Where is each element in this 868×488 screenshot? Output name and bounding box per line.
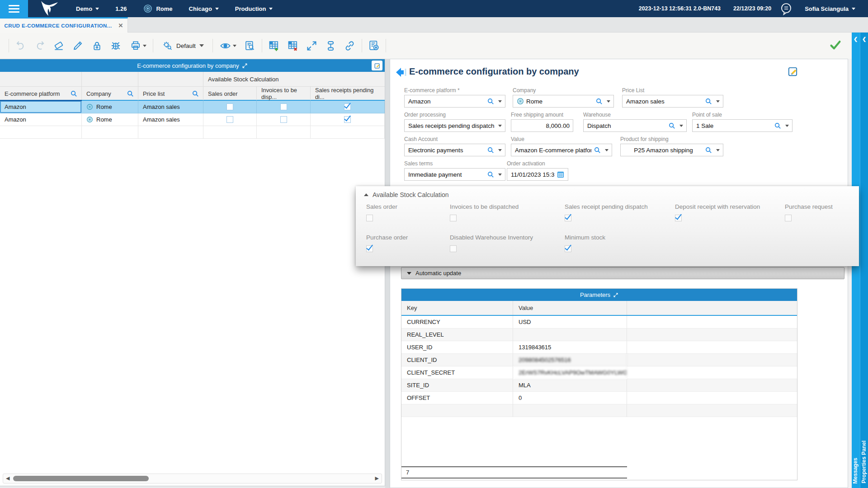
checkbox[interactable]: [675, 215, 682, 221]
redo-button[interactable]: [30, 37, 49, 55]
audit-button[interactable]: [241, 37, 259, 55]
search-icon[interactable]: [705, 146, 712, 154]
filter-search-icon[interactable]: [192, 90, 199, 98]
parameter-row[interactable]: USER_ID1319843615: [401, 341, 797, 354]
checkbox[interactable]: [366, 245, 373, 252]
org-selector[interactable]: Rome: [135, 0, 180, 17]
column-header-value[interactable]: Value: [513, 301, 627, 315]
parameter-row[interactable]: CLIENT_ID2098084502576516: [401, 354, 797, 366]
search-icon[interactable]: [487, 146, 495, 154]
field-point-of-sale[interactable]: Point of sale 1 Sale: [692, 112, 793, 132]
column-header-company[interactable]: Company: [82, 87, 138, 100]
checkbox[interactable]: [344, 116, 351, 123]
cell-check-invoices[interactable]: [257, 113, 311, 126]
add-row-button[interactable]: [264, 37, 283, 55]
expand-icon[interactable]: [242, 63, 248, 69]
cell-pricelist[interactable]: Amazon sales: [138, 101, 203, 113]
debug-button[interactable]: [106, 37, 125, 55]
tree-view-button[interactable]: [321, 37, 340, 55]
checkbox[interactable]: [344, 103, 351, 110]
cell-company[interactable]: Rome: [82, 113, 138, 126]
edit-button[interactable]: [68, 37, 87, 55]
field-order-processing[interactable]: Order processing Sales receipts pending …: [404, 112, 505, 132]
chevron-down-icon[interactable]: [716, 100, 720, 103]
checkbox[interactable]: [565, 245, 571, 252]
env-selector[interactable]: Demo: [68, 0, 107, 17]
field-warehouse[interactable]: Warehouse Dispatch: [583, 112, 687, 132]
checkbox[interactable]: [226, 103, 233, 110]
chevron-down-icon[interactable]: [498, 174, 502, 176]
chevron-down-icon[interactable]: [785, 125, 789, 127]
remove-filter-button[interactable]: [364, 37, 383, 55]
chevron-down-icon[interactable]: [498, 100, 502, 103]
grid-row-selected[interactable]: Amazon Rome Amazon sales: [0, 101, 385, 113]
link-button[interactable]: [340, 37, 359, 55]
chevron-down-icon[interactable]: [716, 149, 720, 151]
checkbox[interactable]: [226, 116, 233, 123]
chevron-down-icon[interactable]: [498, 125, 502, 127]
search-icon[interactable]: [487, 98, 495, 105]
parameter-row[interactable]: CLIENT_SECRET2ErWS7RvKHcLVAP9OwTMAWG0YLW…: [401, 366, 797, 379]
form-view-button[interactable]: [372, 61, 382, 70]
filter-search-icon[interactable]: [70, 90, 78, 98]
cell-pricelist[interactable]: Amazon sales: [138, 113, 203, 126]
scroll-left-icon[interactable]: ◀: [6, 475, 9, 481]
cell-company[interactable]: Rome: [82, 101, 138, 113]
chevron-down-icon[interactable]: [679, 125, 683, 127]
scrollbar-thumb[interactable]: [13, 476, 149, 481]
chevron-down-icon[interactable]: [607, 100, 610, 103]
cell-platform[interactable]: Amazon: [0, 101, 82, 113]
print-button[interactable]: [125, 37, 151, 55]
checkbox[interactable]: [785, 215, 792, 221]
collapse-left-icon[interactable]: ❮: [854, 36, 858, 42]
checkbox[interactable]: [450, 245, 457, 252]
search-icon[interactable]: [668, 122, 676, 130]
filter-search-icon[interactable]: [127, 90, 134, 98]
tab-properties-panel[interactable]: ❮ Properties Panel: [860, 33, 868, 488]
column-header-key[interactable]: Key: [401, 301, 513, 315]
search-icon[interactable]: [774, 122, 782, 130]
checkbox[interactable]: [280, 103, 287, 110]
checkbox[interactable]: [366, 215, 373, 221]
cell-check-sales-order[interactable]: [203, 101, 257, 113]
messages-icon[interactable]: [779, 2, 793, 15]
field-sales-terms[interactable]: Sales terms Immediate payment: [404, 160, 505, 181]
warehouse-selector[interactable]: Chicago: [181, 0, 227, 17]
field-product-for-shipping[interactable]: Product for shipping P25 Amazon shipping: [620, 136, 723, 156]
search-icon[interactable]: [705, 98, 712, 105]
chevron-down-icon[interactable]: [498, 149, 502, 151]
column-header-sales-receipts[interactable]: Sales receipts pending di...: [311, 87, 385, 100]
calendar-icon[interactable]: [557, 170, 565, 178]
back-to-grid-button[interactable]: [394, 66, 407, 78]
edit-record-icon[interactable]: [787, 66, 799, 77]
section-automatic-update[interactable]: Automatic update: [401, 267, 844, 279]
expand-icon[interactable]: [613, 292, 618, 298]
undo-button[interactable]: [11, 37, 30, 55]
scroll-right-icon[interactable]: ▶: [375, 475, 379, 481]
checkbox[interactable]: [450, 215, 457, 221]
mode-selector[interactable]: Production: [227, 0, 281, 17]
field-cash-account[interactable]: Cash Account Electronic payments: [404, 136, 505, 156]
field-ecommerce-platform[interactable]: E-commerce platform * Amazon: [404, 87, 505, 108]
cell-check-sales-order[interactable]: [203, 113, 257, 126]
column-header-sales-order[interactable]: Sales order: [203, 87, 257, 100]
section-available-stock[interactable]: Available Stock Calculation: [364, 191, 449, 198]
search-icon[interactable]: [595, 98, 603, 105]
search-icon[interactable]: [487, 171, 495, 178]
eraser-button[interactable]: [49, 37, 68, 55]
fullscreen-button[interactable]: [302, 37, 321, 55]
field-free-shipping-amount[interactable]: Free shipping amount 8,000.00: [511, 112, 573, 132]
cell-platform[interactable]: Amazon: [0, 113, 82, 126]
column-header-pricelist[interactable]: Price list: [138, 87, 203, 100]
checkbox[interactable]: [280, 116, 287, 123]
parameter-row[interactable]: OFFSET0: [401, 392, 797, 404]
grid-row-empty[interactable]: [0, 126, 385, 139]
column-header-platform[interactable]: E-commerce platform: [0, 87, 82, 100]
grid-row[interactable]: Amazon Rome Amazon sales: [0, 113, 385, 126]
cell-check-invoices[interactable]: [257, 101, 311, 113]
cell-check-sales-receipts[interactable]: [311, 113, 385, 126]
lock-button[interactable]: [87, 37, 106, 55]
column-header-invoices[interactable]: Invoices to be disp...: [257, 87, 311, 100]
checkbox[interactable]: [565, 215, 571, 221]
parameter-row[interactable]: CURRENCYUSD: [401, 316, 797, 328]
